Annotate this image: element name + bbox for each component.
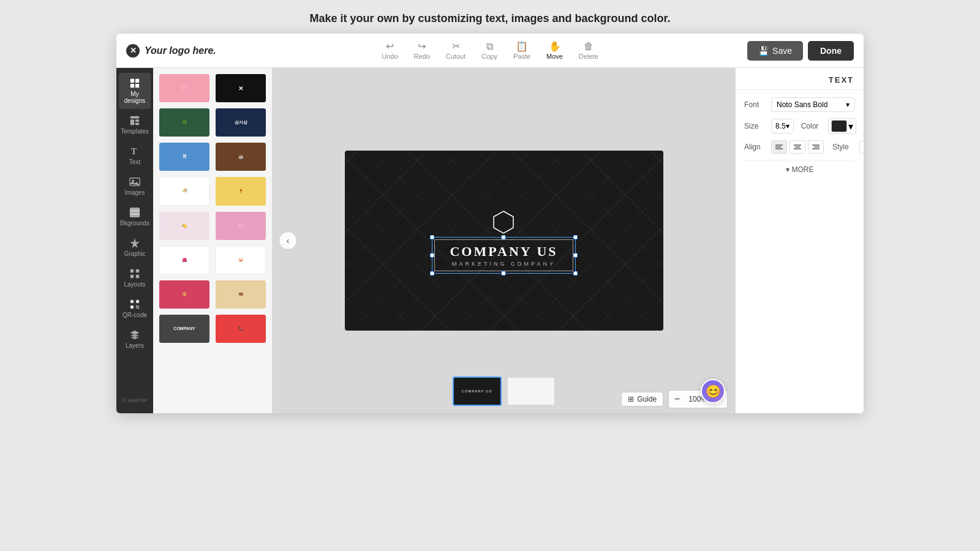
- sidebar-item-my-designs[interactable]: My designs: [119, 73, 151, 109]
- undo-label: Undo: [382, 53, 398, 60]
- align-label: Align: [744, 143, 766, 151]
- guide-button[interactable]: ⊞ Guide: [621, 392, 663, 407]
- text-panel-body: Font Noto Sans Bold ▾ Size 8.5 ▾ Color: [736, 90, 864, 181]
- color-picker[interactable]: ▾: [828, 118, 856, 134]
- size-label: Size: [744, 122, 766, 130]
- align-left-button[interactable]: [771, 140, 787, 154]
- svg-rect-28: [138, 307, 140, 309]
- template-thumb-label: 🌸: [237, 222, 245, 230]
- template-thumb-label: 🍩: [238, 292, 244, 297]
- sidebar-item-text[interactable]: T Text: [119, 141, 151, 170]
- handle-tl[interactable]: [430, 235, 434, 239]
- my-designs-label: My designs: [123, 91, 147, 104]
- handle-mr[interactable]: [573, 253, 578, 258]
- graphic-label: Graphic: [124, 250, 145, 257]
- save-label: Save: [772, 46, 792, 56]
- svg-rect-3: [135, 84, 139, 88]
- templates-panel[interactable]: 🌸 ✕ 🌿 삼사삼: [153, 68, 273, 413]
- align-right-button[interactable]: [808, 140, 824, 154]
- copy-tool[interactable]: ⧉ Copy: [474, 39, 505, 62]
- template-card[interactable]: 🌸: [158, 73, 211, 103]
- align-left-icon: [775, 144, 783, 150]
- template-card[interactable]: 🌸: [214, 211, 267, 241]
- sidebar-item-backgrounds[interactable]: Bkgrounds: [119, 202, 151, 231]
- template-grid: 🌸 ✕ 🌿 삼사삼: [153, 68, 272, 349]
- font-select[interactable]: Noto Sans Bold ▾: [771, 97, 855, 112]
- template-card[interactable]: 🌿: [158, 107, 211, 138]
- toolbar-tools: ↩ Undo ↪ Redo ✂ Cutout ⧉ Copy 📋 Paste ✋ …: [374, 39, 606, 62]
- text-panel-header: TEXT: [736, 68, 864, 90]
- template-card[interactable]: 🦷: [158, 141, 211, 172]
- template-card[interactable]: 🐷: [214, 245, 267, 276]
- company-sub: MARKETING COMPANY: [450, 261, 557, 267]
- template-thumb-label: 🌸: [181, 84, 189, 92]
- svg-rect-16: [136, 269, 139, 272]
- copy-label: Copy: [481, 53, 497, 60]
- undo-tool[interactable]: ↩ Undo: [374, 39, 405, 62]
- template-card[interactable]: 📞: [214, 313, 267, 344]
- sidebar-item-layers[interactable]: Layers: [119, 324, 151, 354]
- handle-bm[interactable]: [502, 271, 506, 276]
- handle-bl[interactable]: [430, 271, 434, 276]
- save-button[interactable]: 💾 Save: [747, 41, 803, 61]
- close-button[interactable]: ✕: [126, 44, 140, 58]
- canvas-card[interactable]: COMPANY US MARKETING COMPANY: [345, 151, 663, 331]
- sidebar-item-images[interactable]: Images: [119, 171, 151, 201]
- paste-tool[interactable]: 📋 Paste: [506, 39, 538, 62]
- handle-tr[interactable]: [573, 235, 578, 239]
- move-tool[interactable]: ✋ Move: [539, 39, 570, 62]
- template-card[interactable]: COMPANY: [158, 313, 211, 344]
- italic-style-button[interactable]: I: [859, 141, 864, 154]
- align-center-button[interactable]: [790, 140, 805, 154]
- template-card[interactable]: 삼사삼: [214, 107, 267, 138]
- template-card[interactable]: 🍩: [214, 279, 267, 310]
- text-selection-box[interactable]: COMPANY US MARKETING COMPANY: [434, 239, 573, 271]
- cutout-tool[interactable]: ✂ Cutout: [439, 39, 473, 62]
- sidebar-item-templates[interactable]: Templates: [119, 110, 151, 140]
- svg-marker-29: [494, 211, 513, 233]
- template-card[interactable]: ✕: [214, 73, 267, 103]
- guide-grid-icon: ⊞: [628, 395, 634, 403]
- svg-rect-11: [130, 208, 140, 217]
- size-value: 8.5: [775, 122, 786, 130]
- chat-avatar-button[interactable]: 😊: [701, 379, 725, 403]
- layers-icon: [129, 329, 140, 340]
- sidebar-copyright: © WePNP: [120, 392, 150, 408]
- svg-rect-2: [130, 84, 134, 88]
- page-thumb-1[interactable]: COMPANY US: [453, 377, 502, 406]
- template-card[interactable]: ☕: [214, 141, 267, 172]
- redo-tool[interactable]: ↪ Redo: [407, 39, 437, 62]
- template-thumb-label: 🐷: [238, 258, 244, 263]
- font-label: Font: [744, 100, 766, 109]
- move-icon: ✋: [549, 42, 561, 51]
- more-button[interactable]: ▾ MORE: [744, 160, 855, 174]
- template-card[interactable]: 🍋: [158, 211, 211, 241]
- done-button[interactable]: Done: [808, 41, 854, 61]
- size-dropdown-icon: ▾: [786, 122, 790, 130]
- zoom-out-button[interactable]: −: [669, 391, 685, 408]
- sidebar-item-layouts[interactable]: Layouts: [119, 263, 151, 293]
- canvas-nav-left[interactable]: ‹: [279, 231, 297, 250]
- images-label: Images: [125, 189, 145, 196]
- template-card[interactable]: 🎨: [158, 279, 211, 310]
- move-label: Move: [546, 53, 563, 60]
- size-select[interactable]: 8.5 ▾: [771, 119, 794, 133]
- svg-rect-18: [136, 275, 139, 278]
- top-message: Make it your own by customizing text, im…: [309, 0, 670, 34]
- sidebar-item-graphic[interactable]: Graphic: [119, 233, 151, 262]
- template-card[interactable]: 🌻: [214, 176, 267, 206]
- text-label: Text: [129, 159, 140, 165]
- sidebar: My designs Templates T Text: [116, 68, 153, 413]
- template-card[interactable]: 🍜: [158, 176, 211, 206]
- handle-ml[interactable]: [430, 253, 434, 258]
- template-card[interactable]: 🌺: [158, 245, 211, 276]
- delete-tool[interactable]: 🗑 Delete: [571, 39, 606, 62]
- copy-icon: ⧉: [486, 42, 493, 51]
- handle-tm[interactable]: [502, 235, 506, 239]
- template-thumb-label: 🍋: [181, 222, 189, 230]
- templates-label: Templates: [121, 128, 149, 135]
- handle-br[interactable]: [573, 271, 578, 276]
- sidebar-item-qr-code[interactable]: QR-code: [119, 294, 151, 323]
- page-thumb-2[interactable]: [507, 377, 556, 406]
- main-content: My designs Templates T Text: [116, 68, 864, 413]
